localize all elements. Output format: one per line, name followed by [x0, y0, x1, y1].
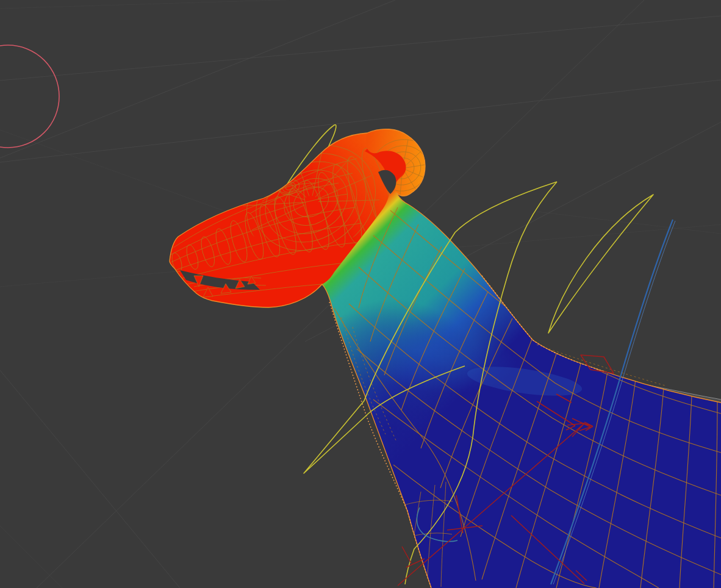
- viewport-canvas[interactable]: [0, 0, 721, 588]
- viewport-3d[interactable]: [0, 0, 721, 588]
